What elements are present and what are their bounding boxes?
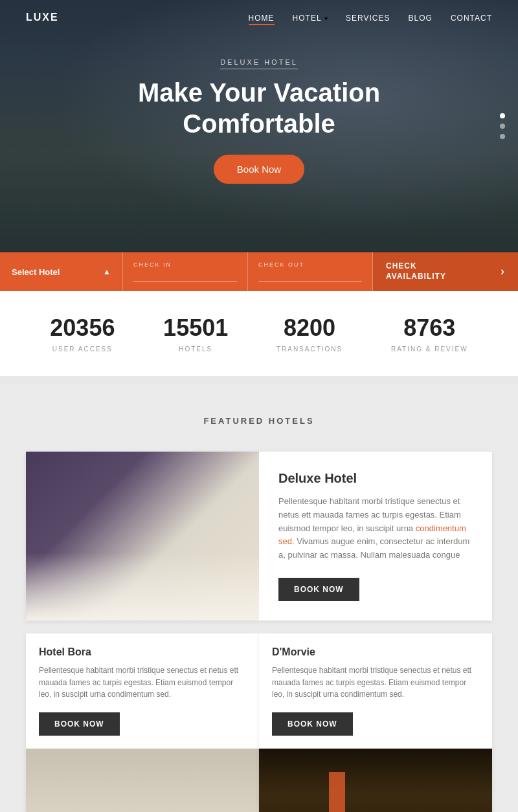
section-divider [0,376,518,384]
availability-text: CHECKAVAILABILITY [386,261,446,281]
site-logo: LUXE [26,12,59,23]
small-hotels-row: Hotel Bora Pellentesque habitant morbi t… [26,633,492,812]
book-button-bora[interactable]: BOOK NOW [39,712,120,736]
hero-content: DELUXE HOTEL Make Your Vacation Comforta… [65,56,453,184]
navbar: LUXE HOME HOTEL SERVICES BLOG CONTACT [0,0,518,35]
nav-item-services[interactable]: SERVICES [346,12,390,23]
stat-label-hotels: HOTELS [163,346,228,353]
hotel-select[interactable]: Select Hotel ▲ [0,252,123,291]
nav-item-contact[interactable]: CONTACT [451,12,492,23]
hotel-content-bora: Hotel Bora Pellentesque habitant morbi t… [26,633,259,749]
hero-book-button[interactable]: Book Now [214,155,304,184]
checkout-input[interactable] [258,270,362,282]
desc-link-deluxe[interactable]: condimentum sed [278,523,466,547]
check-availability-button[interactable]: CHECKAVAILABILITY › [373,252,518,291]
stat-number-ratings: 8763 [391,314,468,342]
stat-ratings: 8763 RATING & REVIEW [391,314,468,353]
booking-bar: Select Hotel ▲ CHECK IN CHECK OUT CHECKA… [0,252,518,291]
nav-item-home[interactable]: HOME [249,12,275,23]
hero-subtitle: DELUXE HOTEL [220,58,298,69]
hotel-name-deluxe: Deluxe Hotel [278,471,473,486]
availability-arrow-icon: › [501,264,505,279]
slider-dot-3[interactable] [500,134,505,139]
book-button-dmorvie[interactable]: BOOK NOW [272,712,353,736]
hotel-desc-dmorvie: Pellentesque habitant morbi tristique se… [272,664,479,701]
checkin-field: CHECK IN [123,252,248,291]
hotel-desc-bora: Pellentesque habitant morbi tristique se… [39,664,246,701]
hotel-name-dmorvie: D'Morvie [272,646,479,658]
hero-section: LUXE HOME HOTEL SERVICES BLOG CONTACT [0,0,518,291]
stat-number-users: 20356 [50,314,115,342]
nav-links: HOME HOTEL SERVICES BLOG CONTACT [249,12,492,23]
hero-title: Make Your Vacation Comfortable [65,77,453,139]
hotel-card-bora: Hotel Bora Pellentesque habitant morbi t… [26,633,259,812]
hotel-name-bora: Hotel Bora [39,646,246,658]
hotel-image-dmorvie [259,749,492,812]
checkout-label: CHECK OUT [258,261,362,268]
nav-item-hotel[interactable]: HOTEL [293,12,328,23]
hotel-card-deluxe: Deluxe Hotel Pellentesque habitant morbi… [26,452,492,620]
stat-label-ratings: RATING & REVIEW [391,346,468,353]
stats-section: 20356 USER ACCESS 15501 HOTELS 8200 TRAN… [0,291,518,376]
stat-transactions: 8200 TRANSACTIONS [276,314,343,353]
stat-number-transactions: 8200 [276,314,343,342]
slider-dot-1[interactable] [500,113,505,118]
stat-label-users: USER ACCESS [50,346,115,353]
checkin-label: CHECK IN [133,261,237,268]
hotel-content-deluxe: Deluxe Hotel Pellentesque habitant morbi… [259,452,492,620]
checkout-field: CHECK OUT [248,252,373,291]
featured-title: FEATURED HOTELS [26,416,492,426]
stat-user-access: 20356 USER ACCESS [50,314,115,353]
hotel-card-dmorvie: D'Morvie Pellentesque habitant morbi tri… [259,633,492,812]
select-arrow-icon: ▲ [103,267,111,276]
hotel-desc-deluxe: Pellentesque habitant morbi tristique se… [278,495,473,562]
slider-dots [500,113,505,139]
stat-number-hotels: 15501 [163,314,228,342]
stat-hotels: 15501 HOTELS [163,314,228,353]
hero-image: LUXE HOME HOTEL SERVICES BLOG CONTACT [0,0,518,252]
stat-label-transactions: TRANSACTIONS [276,346,343,353]
hotel-image-bora [26,749,259,812]
slider-dot-2[interactable] [500,124,505,129]
hotel-content-dmorvie: D'Morvie Pellentesque habitant morbi tri… [259,633,492,749]
checkin-input[interactable] [133,270,237,282]
nav-item-blog[interactable]: BLOG [409,12,433,23]
hotel-image-deluxe [26,452,259,620]
book-button-deluxe[interactable]: BOOK NOW [278,578,359,601]
hotel-select-label: Select Hotel [12,267,60,277]
featured-section: FEATURED HOTELS Deluxe Hotel Pellentesqu… [0,384,518,812]
